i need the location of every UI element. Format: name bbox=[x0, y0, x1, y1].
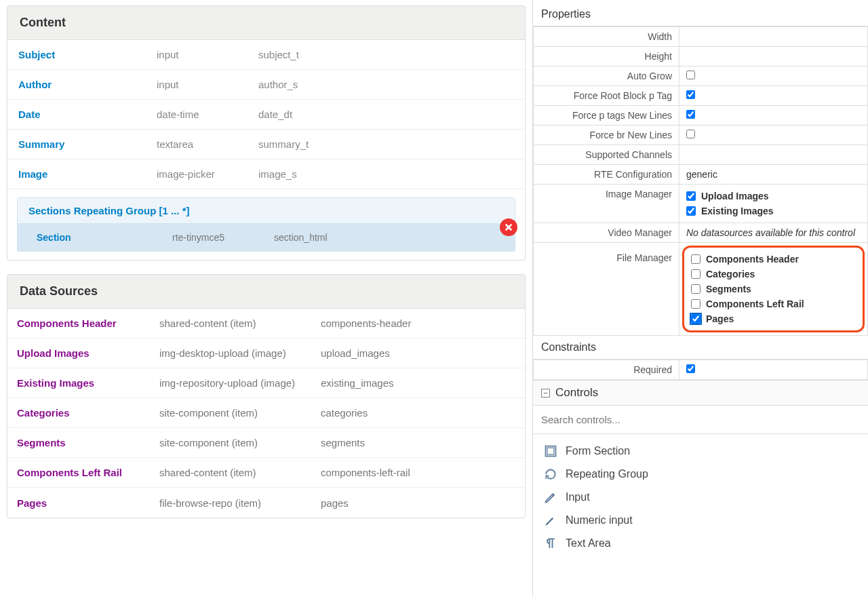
file-manager-highlight: Components Header Categories Segments Co… bbox=[682, 246, 865, 332]
datasource-row[interactable]: Categories site-component (item) categor… bbox=[7, 398, 525, 428]
control-numeric-input[interactable]: Numeric input bbox=[536, 509, 865, 532]
fm-categories-checkbox[interactable] bbox=[691, 269, 701, 279]
video-mgr-value: No datasources available for this contro… bbox=[679, 223, 868, 243]
imgmgr-existing-checkbox[interactable] bbox=[686, 206, 696, 216]
content-field-row[interactable]: Date date-time date_dt bbox=[7, 100, 525, 130]
repeat-row[interactable]: Section rte-tinymce5 section_html bbox=[18, 224, 515, 251]
autogrow-checkbox[interactable] bbox=[686, 71, 695, 79]
repeat-title: Sections Repeating Group [1 ... *] bbox=[18, 198, 515, 224]
datasources-title: Data Sources bbox=[7, 275, 525, 309]
datasource-row[interactable]: Components Header shared-content (item) … bbox=[7, 309, 525, 339]
force-root-checkbox[interactable] bbox=[686, 90, 695, 99]
fm-segments-checkbox[interactable] bbox=[691, 284, 701, 294]
datasource-row[interactable]: Pages file-browse-repo (item) pages bbox=[7, 488, 525, 518]
field-var: subject_t bbox=[258, 49, 518, 60]
repeat-icon bbox=[544, 467, 557, 481]
fm-components-header-checkbox[interactable] bbox=[691, 254, 701, 264]
fm-leftrail-checkbox[interactable] bbox=[691, 299, 701, 309]
constraints-title: Constraints bbox=[533, 336, 868, 360]
content-field-row[interactable]: Subject input subject_t bbox=[7, 40, 525, 70]
control-form-section[interactable]: Form Section bbox=[536, 440, 865, 463]
properties-title: Properties bbox=[533, 3, 868, 26]
collapse-icon[interactable]: − bbox=[541, 389, 550, 398]
field-type: input bbox=[157, 49, 258, 60]
svg-rect-1 bbox=[547, 448, 554, 455]
content-field-row[interactable]: Image image-picker image_s bbox=[7, 159, 525, 189]
fm-pages-checkbox[interactable] bbox=[691, 314, 701, 324]
repeating-group[interactable]: Sections Repeating Group [1 ... *] Secti… bbox=[17, 197, 515, 252]
content-panel: Content Subject input subject_t Author i… bbox=[7, 5, 526, 261]
datasource-row[interactable]: Existing Images img-repository-upload (i… bbox=[7, 368, 525, 398]
datasources-panel: Data Sources Components Header shared-co… bbox=[7, 274, 526, 518]
form-section-icon bbox=[544, 444, 557, 458]
control-repeating-group[interactable]: Repeating Group bbox=[536, 463, 865, 486]
required-checkbox[interactable] bbox=[686, 364, 695, 373]
rte-config-value[interactable]: generic bbox=[686, 169, 717, 180]
datasource-row[interactable]: Components Left Rail shared-content (ite… bbox=[7, 458, 525, 488]
remove-icon[interactable] bbox=[500, 218, 517, 236]
content-field-row[interactable]: Summary textarea summary_t bbox=[7, 130, 525, 159]
datasource-row[interactable]: Segments site-component (item) segments bbox=[7, 428, 525, 458]
pencil-icon bbox=[544, 490, 557, 504]
content-title: Content bbox=[7, 6, 525, 40]
paragraph-icon bbox=[544, 537, 557, 550]
force-p-checkbox[interactable] bbox=[686, 110, 695, 119]
controls-search-input[interactable] bbox=[533, 410, 868, 429]
datasource-row[interactable]: Upload Images img-desktop-upload (image)… bbox=[7, 339, 525, 368]
imgmgr-upload-checkbox[interactable] bbox=[686, 191, 696, 201]
force-br-checkbox[interactable] bbox=[686, 130, 695, 138]
control-input[interactable]: Input bbox=[536, 486, 865, 509]
content-field-row[interactable]: Author input author_s bbox=[7, 70, 525, 100]
properties-table: Width Height Auto Grow Force Root Block … bbox=[533, 26, 868, 336]
field-label: Subject bbox=[14, 49, 157, 60]
numeric-icon bbox=[544, 514, 557, 527]
controls-section-header[interactable]: − Controls bbox=[533, 380, 868, 406]
control-text-area[interactable]: Text Area bbox=[536, 532, 865, 555]
